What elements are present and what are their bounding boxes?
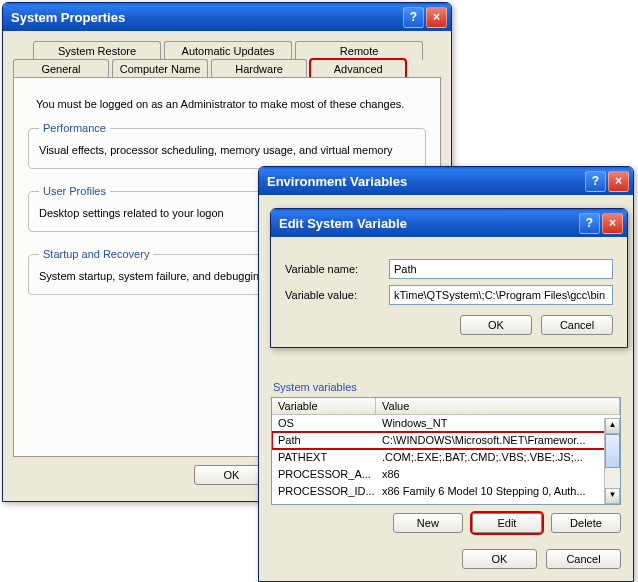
sysprops-titlebar[interactable]: System Properties ? ×: [3, 3, 451, 31]
tab-hardware[interactable]: Hardware: [211, 59, 307, 78]
sysvar-buttons: New Edit Delete: [271, 513, 621, 533]
user-profiles-legend: User Profiles: [39, 185, 110, 197]
help-icon[interactable]: ?: [579, 213, 600, 234]
system-variables-label: System variables: [273, 381, 621, 393]
col-value[interactable]: Value: [376, 398, 620, 414]
list-row-os[interactable]: OS Windows_NT: [272, 415, 620, 432]
tab-computer-name[interactable]: Computer Name: [112, 59, 208, 78]
system-variables-list[interactable]: Variable Value OS Windows_NT Path C:\WIN…: [271, 397, 621, 505]
edit-system-variable-dialog: Edit System Variable ? × Variable name: …: [270, 208, 628, 348]
scroll-up-icon[interactable]: ▲: [605, 418, 620, 434]
editvar-client: Variable name: Variable value: OK Cancel: [271, 237, 627, 347]
tab-general[interactable]: General: [13, 59, 109, 78]
help-icon[interactable]: ?: [585, 171, 606, 192]
performance-legend: Performance: [39, 122, 110, 134]
list-row-pathext[interactable]: PATHEXT .COM;.EXE;.BAT;.CMD;.VBS;.VBE;.J…: [272, 449, 620, 466]
delete-button[interactable]: Delete: [551, 513, 621, 533]
variable-name-row: Variable name:: [285, 259, 613, 279]
editvar-buttons: OK Cancel: [285, 315, 613, 335]
envvars-bottom-buttons: OK Cancel: [271, 549, 621, 569]
list-header: Variable Value: [272, 398, 620, 415]
envvars-titlebar[interactable]: Environment Variables ? ×: [259, 167, 633, 195]
sysprops-title: System Properties: [11, 10, 401, 25]
admin-warning-text: You must be logged on as an Administrato…: [36, 98, 426, 110]
ok-button[interactable]: OK: [460, 315, 532, 335]
tab-row-lower: General Computer Name Hardware Advanced: [13, 59, 441, 78]
editvar-title: Edit System Variable: [279, 216, 577, 231]
envvars-title: Environment Variables: [267, 174, 583, 189]
cancel-button[interactable]: Cancel: [546, 549, 621, 569]
help-icon[interactable]: ?: [403, 7, 424, 28]
list-row-path[interactable]: Path C:\WINDOWS\Microsoft.NET\Framewor..…: [272, 432, 620, 449]
performance-group: Performance Visual effects, processor sc…: [28, 122, 426, 169]
tab-advanced[interactable]: Advanced: [310, 59, 406, 78]
scroll-thumb[interactable]: [605, 434, 620, 468]
variable-value-row: Variable value:: [285, 285, 613, 305]
tab-remote[interactable]: Remote: [295, 41, 423, 60]
variable-value-label: Variable value:: [285, 289, 389, 301]
tab-system-restore[interactable]: System Restore: [33, 41, 161, 60]
variable-name-label: Variable name:: [285, 263, 389, 275]
performance-text: Visual effects, processor scheduling, me…: [39, 144, 415, 156]
close-icon[interactable]: ×: [608, 171, 629, 192]
startup-recovery-legend: Startup and Recovery: [39, 248, 153, 260]
tab-automatic-updates[interactable]: Automatic Updates: [164, 41, 292, 60]
list-row-processor-id[interactable]: PROCESSOR_ID... x86 Family 6 Model 10 St…: [272, 483, 620, 500]
variable-value-input[interactable]: [389, 285, 613, 305]
new-button[interactable]: New: [393, 513, 463, 533]
list-scrollbar[interactable]: ▲ ▼: [604, 418, 620, 504]
tab-row-upper: System Restore Automatic Updates Remote: [13, 41, 441, 60]
ok-button[interactable]: OK: [462, 549, 537, 569]
list-body: OS Windows_NT Path C:\WINDOWS\Microsoft.…: [272, 415, 620, 500]
close-icon[interactable]: ×: [602, 213, 623, 234]
col-variable[interactable]: Variable: [272, 398, 376, 414]
close-icon[interactable]: ×: [426, 7, 447, 28]
scroll-down-icon[interactable]: ▼: [605, 488, 620, 504]
cancel-button[interactable]: Cancel: [541, 315, 613, 335]
editvar-titlebar[interactable]: Edit System Variable ? ×: [271, 209, 627, 237]
list-row-processor-arch[interactable]: PROCESSOR_A... x86: [272, 466, 620, 483]
variable-name-input[interactable]: [389, 259, 613, 279]
edit-button[interactable]: Edit: [472, 513, 542, 533]
